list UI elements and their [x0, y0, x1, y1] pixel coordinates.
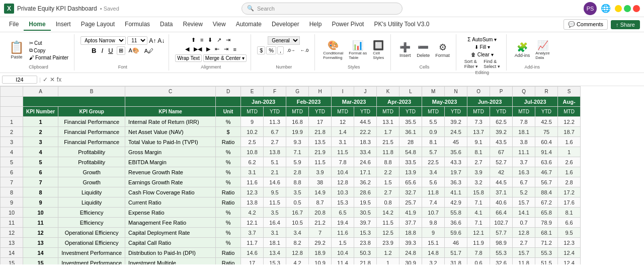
jul-mtd-3[interactable]: 3.8 — [513, 137, 535, 147]
indent-button[interactable]: ⇥ — [224, 36, 232, 44]
may-mtd-6[interactable]: 3.4 — [422, 167, 445, 177]
close-button[interactable] — [633, 5, 640, 12]
comments-button[interactable]: 💬 Comments — [564, 19, 608, 30]
decimal-increase-button[interactable]: .0→ — [285, 47, 297, 53]
may-mtd-1[interactable]: 5.5 — [422, 117, 445, 127]
feb-ytd-14[interactable]: 18.9 — [309, 248, 332, 258]
mar-ytd-5[interactable]: 24.6 — [354, 157, 377, 167]
jul-ytd-10[interactable]: 65.8 — [535, 208, 558, 218]
aug-mtd-6[interactable]: 1.6 — [558, 167, 581, 177]
mar-mtd-10[interactable]: 6.5 — [332, 208, 354, 218]
aug-mtd-14[interactable]: 12.4 — [558, 248, 581, 258]
feb-ytd-13[interactable]: 29.2 — [309, 238, 332, 248]
feb-mtd-13[interactable]: 8.2 — [286, 238, 309, 248]
feb-ytd-7[interactable]: 38 — [309, 177, 332, 187]
mar-mtd-3[interactable]: 3.1 — [332, 137, 354, 147]
conditional-formatting-button[interactable]: 🎨 ConditionalFormatting — [321, 40, 345, 61]
may-ytd-12[interactable]: 59.6 — [445, 228, 467, 238]
jun-ytd-2[interactable]: 39.2 — [490, 127, 513, 137]
decimal-decrease-button[interactable]: ←.0 — [298, 47, 311, 53]
jul-mtd-14[interactable]: 15.7 — [513, 248, 535, 258]
feb-ytd-1[interactable]: 17 — [309, 117, 332, 127]
feb-ytd-12[interactable]: 7 — [309, 228, 332, 238]
feb-ytd-9[interactable]: 8.7 — [309, 197, 332, 208]
border-button[interactable]: ⊞ — [117, 46, 125, 55]
table-row[interactable]: 2 2 Financial Performance Net Asset Valu… — [1, 127, 581, 137]
clear-button[interactable]: 🗑 Clear ▾ — [469, 51, 495, 58]
mar-mtd-11[interactable]: 19.4 — [332, 218, 354, 228]
jun-ytd-8[interactable]: 37.1 — [490, 187, 513, 197]
apr-ytd-4[interactable]: 54.8 — [399, 147, 422, 157]
feb-ytd-6[interactable]: 3.9 — [309, 167, 332, 177]
table-row[interactable]: 7 7 Growth Earnings Growth Rate % 11.6 1… — [1, 177, 581, 187]
jan-ytd-12[interactable]: 3.1 — [264, 228, 286, 238]
format-painter-button[interactable]: 🖌Format Painter — [28, 54, 70, 61]
apr-mtd-3[interactable]: 21.5 — [377, 137, 399, 147]
jul-ytd-8[interactable]: 88.4 — [535, 187, 558, 197]
jan-ytd-3[interactable]: 2.7 — [264, 137, 286, 147]
feb-mtd-11[interactable]: 10.5 — [286, 218, 309, 228]
align-top-button[interactable]: ⬆ — [190, 36, 197, 44]
may-ytd-4[interactable]: 35.6 — [445, 147, 467, 157]
jul-ytd-7[interactable]: 56.7 — [535, 177, 558, 187]
align-middle-button[interactable]: ≡ — [199, 36, 205, 44]
tab-home[interactable]: Home — [24, 19, 50, 31]
apr-mtd-14[interactable]: 1.2 — [377, 248, 399, 258]
feb-mtd-14[interactable]: 12.8 — [286, 248, 309, 258]
feb-mtd-8[interactable]: 3.5 — [286, 187, 309, 197]
minimize-button[interactable] — [615, 5, 622, 12]
jul-ytd-15[interactable]: 51.5 — [535, 258, 558, 265]
jun-mtd-4[interactable]: 8.1 — [467, 147, 490, 157]
jul-mtd-1[interactable]: 7.8 — [513, 117, 535, 127]
jul-ytd-5[interactable]: 63.6 — [535, 157, 558, 167]
may-mtd-8[interactable]: 11.8 — [422, 187, 445, 197]
jun-ytd-3[interactable]: 43.5 — [490, 137, 513, 147]
apr-ytd-15[interactable]: 30.9 — [399, 258, 422, 265]
aug-mtd-2[interactable]: 18.7 — [558, 127, 581, 137]
increase-indent-button[interactable]: ⇥ — [222, 45, 230, 53]
jan-mtd-2[interactable]: 10.2 — [241, 127, 264, 137]
may-mtd-4[interactable]: 5.7 — [422, 147, 445, 157]
table-row[interactable]: 9 9 Liquidity Current Ratio Ratio 13.8 1… — [1, 197, 581, 208]
may-ytd-11[interactable]: 36.6 — [445, 218, 467, 228]
table-row[interactable]: 8 8 Liquidity Cash Flow Coverage Ratio R… — [1, 187, 581, 197]
jul-ytd-2[interactable]: 75 — [535, 127, 558, 137]
apr-ytd-13[interactable]: 39.3 — [399, 238, 422, 248]
sort-filter-button[interactable]: Sort &Filter ▾ — [462, 58, 480, 70]
may-mtd-3[interactable]: 8.1 — [422, 137, 445, 147]
mar-ytd-14[interactable]: 50.3 — [354, 248, 377, 258]
table-row[interactable]: 3 3 Financial Performance Total Value to… — [1, 137, 581, 147]
feb-mtd-12[interactable]: 3.4 — [286, 228, 309, 238]
table-row[interactable]: 6 6 Growth Revenue Growth Rate % 3.1 2.1… — [1, 167, 581, 177]
merge-center-button[interactable]: Merge & Center ▾ — [203, 54, 247, 62]
tab-automate[interactable]: Automate — [231, 19, 267, 31]
may-mtd-2[interactable]: 0.9 — [422, 127, 445, 137]
jan-ytd-5[interactable]: 5.1 — [264, 157, 286, 167]
formula-input[interactable] — [63, 77, 642, 83]
jun-ytd-9[interactable]: 40.6 — [490, 197, 513, 208]
feb-ytd-2[interactable]: 21.8 — [309, 127, 332, 137]
share-button[interactable]: ↑ Share — [611, 20, 640, 29]
find-select-button[interactable]: Find &Select ▾ — [481, 58, 502, 70]
fill-button[interactable]: ⬇ Fill ▾ — [473, 44, 492, 50]
may-mtd-12[interactable]: 9 — [422, 228, 445, 238]
feb-mtd-3[interactable]: 9.3 — [286, 137, 309, 147]
apr-mtd-10[interactable]: 14.2 — [377, 208, 399, 218]
may-ytd-3[interactable]: 45 — [445, 137, 467, 147]
align-center-button[interactable]: ▶◀ — [192, 45, 203, 53]
mar-mtd-6[interactable]: 10.4 — [332, 167, 354, 177]
jul-mtd-13[interactable]: 2.7 — [513, 238, 535, 248]
jan-ytd-6[interactable]: 2.1 — [264, 167, 286, 177]
insert-function-icon[interactable]: fx — [57, 76, 61, 83]
apr-ytd-2[interactable]: 36.1 — [399, 127, 422, 137]
mar-mtd-14[interactable]: 10.4 — [332, 248, 354, 258]
jan-mtd-7[interactable]: 11.6 — [241, 177, 264, 187]
apr-mtd-8[interactable]: 2.7 — [377, 187, 399, 197]
cancel-formula-icon[interactable]: ✕ — [50, 76, 55, 83]
may-ytd-5[interactable]: 43.3 — [445, 157, 467, 167]
mar-ytd-12[interactable]: 15.3 — [354, 228, 377, 238]
apr-mtd-9[interactable]: 0.8 — [377, 197, 399, 208]
may-ytd-14[interactable]: 51.7 — [445, 248, 467, 258]
aug-mtd-9[interactable]: 17.6 — [558, 197, 581, 208]
aug-mtd-4[interactable]: 1 — [558, 147, 581, 157]
